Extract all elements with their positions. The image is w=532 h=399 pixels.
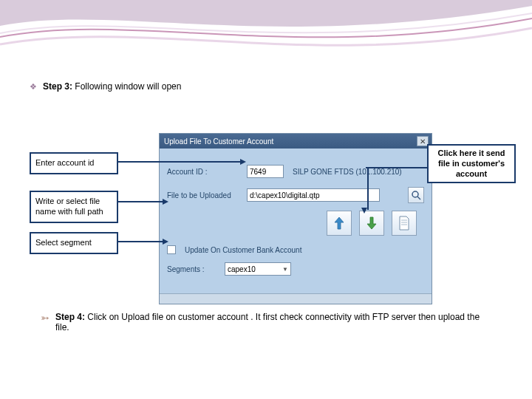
document-button[interactable]: [392, 211, 417, 236]
arrow-file-name: [118, 201, 163, 202]
browse-button[interactable]: [408, 187, 424, 203]
callout-account-id: Enter account id: [30, 152, 118, 174]
update-checkbox[interactable]: [167, 245, 176, 254]
arrow-segment: [118, 241, 163, 242]
step4-label: Step 4:: [55, 312, 85, 322]
diamond-bullet-icon: ❖: [30, 82, 37, 92]
svg-point-0: [412, 191, 418, 197]
segments-label: Segments :: [167, 265, 219, 273]
callout-file-name: Write or select file name with full path: [30, 191, 118, 223]
dialog-statusbar: [160, 293, 432, 304]
step4-text: Click on Upload file on customer account…: [55, 312, 480, 332]
account-id-label: Account ID :: [167, 168, 241, 176]
step3-line: ❖ Step 3: Following window will open: [30, 81, 502, 92]
callout-send: Click here it send file in customer's ac…: [427, 144, 516, 183]
dialog-titlebar: Upload File To Customer Account ✕: [160, 134, 432, 149]
chevron-down-icon: ▼: [282, 266, 288, 273]
arrow-send: [366, 167, 429, 168]
callout-segment: Select segment: [30, 232, 118, 254]
account-info-text: SILP GONE FTDS (101.100.210): [293, 168, 402, 176]
arrow-bullet-icon: ➳: [41, 312, 50, 324]
magnifier-icon: [411, 190, 421, 200]
document-icon: [397, 215, 412, 231]
segment-select[interactable]: capex10 ▼: [225, 262, 291, 276]
account-id-input[interactable]: 7649: [247, 165, 284, 178]
upload-dialog: Upload File To Customer Account ✕ Accoun…: [159, 133, 432, 304]
file-path-input[interactable]: d:\capex10\digital.qtp: [247, 188, 380, 202]
step3-label: Step 3:: [43, 81, 72, 92]
update-check-label: Update On Customer Bank Account: [185, 246, 301, 254]
download-arrow-icon: [364, 215, 380, 231]
download-button[interactable]: [359, 211, 384, 236]
svg-line-1: [417, 197, 420, 200]
upload-button[interactable]: [327, 211, 352, 236]
file-uploaded-label: File to be Uploaded: [167, 191, 241, 200]
step4-line: ➳ Step 4: Click on Upload file on custom…: [41, 312, 491, 332]
arrow-account-id: [118, 161, 240, 163]
step3-text: Following window will open: [75, 81, 181, 92]
upload-arrow-icon: [331, 215, 347, 231]
header-swoosh: [0, 0, 532, 66]
dialog-title: Upload File To Customer Account: [164, 137, 417, 146]
